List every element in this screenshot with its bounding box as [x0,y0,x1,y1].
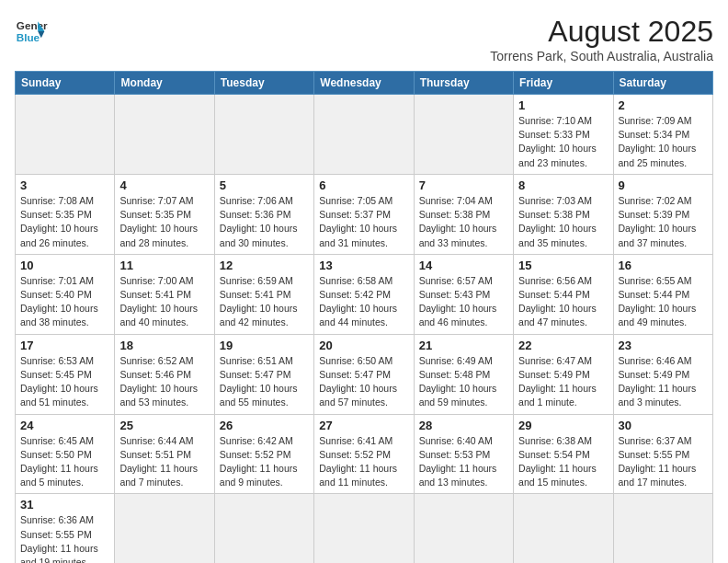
day-info: Sunrise: 7:07 AM Sunset: 5:35 PM Dayligh… [119,194,209,250]
day-cell: 3Sunrise: 7:08 AM Sunset: 5:35 PM Daylig… [16,174,115,254]
day-info: Sunrise: 6:51 AM Sunset: 5:47 PM Dayligh… [220,354,309,410]
day-info: Sunrise: 6:42 AM Sunset: 5:52 PM Dayligh… [220,434,309,490]
weekday-header-tuesday: Tuesday [214,72,313,95]
day-number: 19 [220,339,309,352]
week-row-3: 10Sunrise: 7:01 AM Sunset: 5:40 PM Dayli… [16,254,713,334]
day-number: 29 [518,419,608,432]
day-number: 1 [518,98,608,112]
day-cell: 11Sunrise: 7:00 AM Sunset: 5:41 PM Dayli… [115,254,214,334]
day-cell: 13Sunrise: 6:58 AM Sunset: 5:42 PM Dayli… [314,254,414,334]
day-info: Sunrise: 6:53 AM Sunset: 5:45 PM Dayligh… [20,354,109,410]
day-cell: 21Sunrise: 6:49 AM Sunset: 5:48 PM Dayli… [414,334,513,414]
day-info: Sunrise: 6:49 AM Sunset: 5:48 PM Dayligh… [419,354,508,410]
day-number: 23 [619,339,708,352]
day-cell: 10Sunrise: 7:01 AM Sunset: 5:40 PM Dayli… [16,254,115,334]
week-row-5: 24Sunrise: 6:45 AM Sunset: 5:50 PM Dayli… [16,414,713,494]
day-cell: 1Sunrise: 7:10 AM Sunset: 5:33 PM Daylig… [514,95,613,175]
week-row-4: 17Sunrise: 6:53 AM Sunset: 5:45 PM Dayli… [16,334,713,414]
week-row-2: 3Sunrise: 7:08 AM Sunset: 5:35 PM Daylig… [16,174,713,254]
day-number: 4 [119,178,209,192]
day-info: Sunrise: 7:05 AM Sunset: 5:37 PM Dayligh… [319,194,408,250]
day-cell: 14Sunrise: 6:57 AM Sunset: 5:43 PM Dayli… [414,254,513,334]
day-cell: 6Sunrise: 7:05 AM Sunset: 5:37 PM Daylig… [314,174,414,254]
day-info: Sunrise: 6:56 AM Sunset: 5:44 PM Dayligh… [518,274,608,330]
day-info: Sunrise: 6:47 AM Sunset: 5:49 PM Dayligh… [518,354,608,410]
day-cell: 17Sunrise: 6:53 AM Sunset: 5:45 PM Dayli… [16,334,115,414]
day-info: Sunrise: 6:44 AM Sunset: 5:51 PM Dayligh… [119,434,209,490]
day-info: Sunrise: 6:58 AM Sunset: 5:42 PM Dayligh… [319,274,408,330]
day-number: 13 [319,259,408,272]
day-cell [414,494,513,563]
day-number: 3 [20,178,109,192]
day-cell: 25Sunrise: 6:44 AM Sunset: 5:51 PM Dayli… [115,414,214,494]
title-block: August 2025 Torrens Park, South Australi… [490,15,713,63]
weekday-header-saturday: Saturday [613,72,712,95]
day-info: Sunrise: 7:06 AM Sunset: 5:36 PM Dayligh… [220,194,309,250]
day-info: Sunrise: 7:09 AM Sunset: 5:34 PM Dayligh… [619,114,708,170]
day-info: Sunrise: 6:52 AM Sunset: 5:46 PM Dayligh… [119,354,209,410]
day-cell: 28Sunrise: 6:40 AM Sunset: 5:53 PM Dayli… [414,414,513,494]
day-info: Sunrise: 7:00 AM Sunset: 5:41 PM Dayligh… [119,274,209,330]
day-info: Sunrise: 7:03 AM Sunset: 5:38 PM Dayligh… [518,194,608,250]
day-cell: 8Sunrise: 7:03 AM Sunset: 5:38 PM Daylig… [514,174,613,254]
day-number: 17 [20,339,109,352]
day-number: 10 [20,259,109,272]
day-info: Sunrise: 6:55 AM Sunset: 5:44 PM Dayligh… [619,274,708,330]
day-info: Sunrise: 6:46 AM Sunset: 5:49 PM Dayligh… [619,354,708,410]
day-cell: 29Sunrise: 6:38 AM Sunset: 5:54 PM Dayli… [514,414,613,494]
day-cell: 20Sunrise: 6:50 AM Sunset: 5:47 PM Dayli… [314,334,414,414]
day-cell [115,95,214,175]
day-cell: 22Sunrise: 6:47 AM Sunset: 5:49 PM Dayli… [514,334,613,414]
day-info: Sunrise: 7:01 AM Sunset: 5:40 PM Dayligh… [20,274,109,330]
day-number: 18 [119,339,209,352]
day-cell [115,494,214,563]
day-number: 21 [419,339,508,352]
day-info: Sunrise: 6:37 AM Sunset: 5:55 PM Dayligh… [619,434,708,490]
day-number: 28 [419,419,508,432]
week-row-1: 1Sunrise: 7:10 AM Sunset: 5:33 PM Daylig… [16,95,713,175]
day-cell [16,95,115,175]
day-number: 9 [619,178,708,192]
day-cell: 26Sunrise: 6:42 AM Sunset: 5:52 PM Dayli… [214,414,313,494]
logo: General Blue [15,15,48,48]
weekday-header-sunday: Sunday [16,72,115,95]
weekday-header-wednesday: Wednesday [314,72,414,95]
day-info: Sunrise: 6:38 AM Sunset: 5:54 PM Dayligh… [518,434,608,490]
week-row-6: 31Sunrise: 6:36 AM Sunset: 5:55 PM Dayli… [16,494,713,563]
day-cell [214,494,313,563]
calendar-table: SundayMondayTuesdayWednesdayThursdayFrid… [15,71,713,563]
day-number: 26 [220,419,309,432]
day-cell: 7Sunrise: 7:04 AM Sunset: 5:38 PM Daylig… [414,174,513,254]
day-cell: 12Sunrise: 6:59 AM Sunset: 5:41 PM Dayli… [214,254,313,334]
day-info: Sunrise: 6:50 AM Sunset: 5:47 PM Dayligh… [319,354,408,410]
day-cell [314,95,414,175]
day-cell: 30Sunrise: 6:37 AM Sunset: 5:55 PM Dayli… [613,414,712,494]
day-number: 2 [619,98,708,112]
day-cell: 2Sunrise: 7:09 AM Sunset: 5:34 PM Daylig… [613,95,712,175]
day-number: 8 [518,178,608,192]
weekday-header-row: SundayMondayTuesdayWednesdayThursdayFrid… [16,72,713,95]
day-info: Sunrise: 6:40 AM Sunset: 5:53 PM Dayligh… [419,434,508,490]
day-cell [613,494,712,563]
day-cell: 16Sunrise: 6:55 AM Sunset: 5:44 PM Dayli… [613,254,712,334]
day-number: 20 [319,339,408,352]
day-cell: 19Sunrise: 6:51 AM Sunset: 5:47 PM Dayli… [214,334,313,414]
page-header: General Blue August 2025 Torrens Park, S… [15,15,713,63]
day-number: 27 [319,419,408,432]
svg-text:Blue: Blue [17,31,40,43]
day-number: 14 [419,259,508,272]
day-number: 24 [20,419,109,432]
day-cell [214,95,313,175]
weekday-header-friday: Friday [514,72,613,95]
logo-svg: General Blue [15,15,48,48]
day-number: 12 [220,259,309,272]
day-info: Sunrise: 7:02 AM Sunset: 5:39 PM Dayligh… [619,194,708,250]
day-cell: 24Sunrise: 6:45 AM Sunset: 5:50 PM Dayli… [16,414,115,494]
day-info: Sunrise: 7:04 AM Sunset: 5:38 PM Dayligh… [419,194,508,250]
day-info: Sunrise: 6:41 AM Sunset: 5:52 PM Dayligh… [319,434,408,490]
day-cell: 18Sunrise: 6:52 AM Sunset: 5:46 PM Dayli… [115,334,214,414]
day-number: 30 [619,419,708,432]
day-cell: 27Sunrise: 6:41 AM Sunset: 5:52 PM Dayli… [314,414,414,494]
day-cell [514,494,613,563]
day-info: Sunrise: 6:36 AM Sunset: 5:55 PM Dayligh… [20,513,109,563]
